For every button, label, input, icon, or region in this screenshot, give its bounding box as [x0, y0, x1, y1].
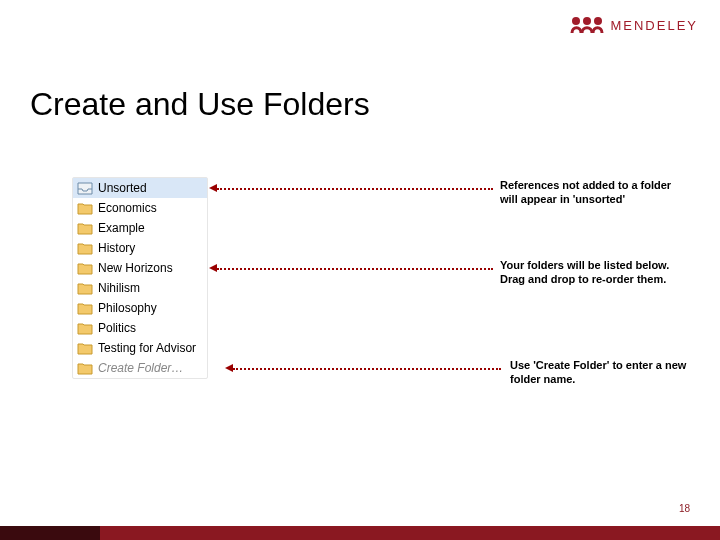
folder-icon	[77, 302, 93, 315]
folder-item-unsorted[interactable]: Unsorted	[73, 178, 207, 198]
folder-label: Politics	[98, 321, 136, 335]
folder-label: History	[98, 241, 135, 255]
folder-icon	[77, 222, 93, 235]
folder-icon	[77, 362, 93, 375]
svg-point-0	[572, 17, 580, 25]
annotation-list: Your folders will be listed below. Drag …	[500, 258, 690, 287]
folder-label: Example	[98, 221, 145, 235]
annotation-arrow	[217, 268, 493, 270]
svg-point-2	[594, 17, 602, 25]
folder-label: Testing for Advisor	[98, 341, 196, 355]
brand-logo: MENDELEY	[570, 16, 698, 34]
inbox-icon	[77, 182, 93, 195]
mendeley-icon	[570, 16, 604, 34]
folder-item[interactable]: History	[73, 238, 207, 258]
folder-item[interactable]: Economics	[73, 198, 207, 218]
arrow-icon	[225, 364, 233, 372]
folder-icon	[77, 342, 93, 355]
folder-item[interactable]: Example	[73, 218, 207, 238]
folder-label: Create Folder…	[98, 361, 183, 375]
folder-label: New Horizons	[98, 261, 173, 275]
folder-item[interactable]: Nihilism	[73, 278, 207, 298]
folder-item[interactable]: Politics	[73, 318, 207, 338]
folder-icon	[77, 242, 93, 255]
annotation-unsorted: References not added to a folder will ap…	[500, 178, 690, 207]
folder-label: Economics	[98, 201, 157, 215]
annotation-create: Use 'Create Folder' to enter a new folde…	[510, 358, 700, 387]
brand-name: MENDELEY	[610, 18, 698, 33]
page-title: Create and Use Folders	[30, 86, 370, 123]
folder-label: Nihilism	[98, 281, 140, 295]
folder-icon	[77, 262, 93, 275]
annotation-arrow	[217, 188, 493, 190]
page-number: 18	[679, 503, 690, 514]
arrow-icon	[209, 264, 217, 272]
folder-icon	[77, 202, 93, 215]
folder-list: Unsorted Economics Example History New H…	[72, 177, 208, 379]
footer-bar	[0, 526, 720, 540]
folder-item[interactable]: Philosophy	[73, 298, 207, 318]
folder-icon	[77, 282, 93, 295]
folder-icon	[77, 322, 93, 335]
arrow-icon	[209, 184, 217, 192]
folder-label: Unsorted	[98, 181, 147, 195]
annotation-arrow	[233, 368, 501, 370]
create-folder-item[interactable]: Create Folder…	[73, 358, 207, 378]
svg-point-1	[583, 17, 591, 25]
folder-item[interactable]: New Horizons	[73, 258, 207, 278]
folder-item[interactable]: Testing for Advisor	[73, 338, 207, 358]
folder-label: Philosophy	[98, 301, 157, 315]
